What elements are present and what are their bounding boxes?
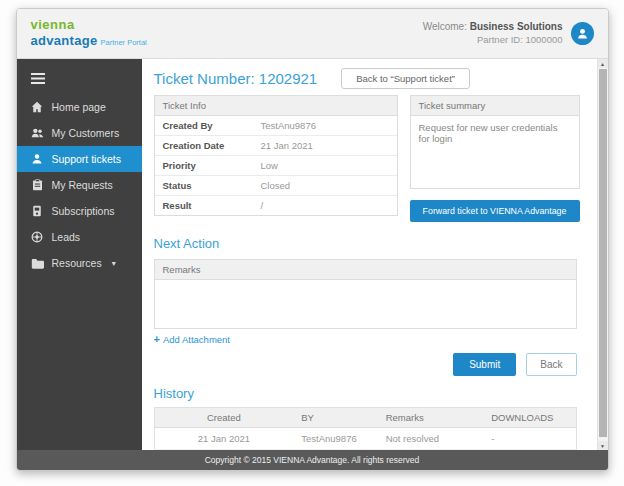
next-action-title: Next Action [154,236,577,251]
scroll-up-arrow-icon[interactable]: ▲ [598,59,608,68]
cell-by: TestAnu9876 [293,428,377,450]
welcome-block: Welcome: Business Solutions Partner ID: … [423,20,563,46]
page-title: Ticket Number: 1202921 [154,70,318,87]
cell-remarks: Not resolved [378,428,484,450]
sidebar-item-label: Subscriptions [52,205,115,217]
info-value: Closed [261,180,291,191]
panels-row: Ticket Info Created By TestAnu9876 Creat… [154,95,577,222]
history-header-row: Created BY Remarks DOWNLOADS [154,408,576,428]
main-content: Ticket Number: 1202921 Back to “Support … [142,59,597,450]
app-window: vienna advantagePartner Portal Welcome: … [16,8,609,471]
info-label: Status [163,180,261,191]
cell-downloads: - [483,428,576,450]
forward-ticket-button[interactable]: Forward ticket to VIENNA Advantage [410,200,580,222]
ticket-summary-column: Ticket summary Request for new user cred… [410,95,580,222]
logo-vienna: vienna [31,18,147,32]
history-table: Created BY Remarks DOWNLOADS 21 Jan 2021… [154,407,577,450]
ticket-summary-body: Request for new user credentials for log… [411,116,579,188]
info-value: / [261,200,264,211]
vertical-scrollbar[interactable]: ▲ ▼ [597,59,608,450]
sidebar: Home page My Customers Support tickets M… [17,59,142,450]
clipboard-icon [31,179,44,191]
sidebar-item-support-tickets[interactable]: Support tickets [17,146,142,172]
chevron-down-icon: ▾ [112,259,116,268]
top-header: vienna advantagePartner Portal Welcome: … [17,9,608,59]
sidebar-item-subscriptions[interactable]: Subscriptions [17,198,142,224]
footer: Copyright © 2015 VIENNA Advantage. All r… [17,450,608,470]
welcome-name: Business Solutions [470,21,563,32]
info-label: Creation Date [163,140,261,151]
scroll-down-arrow-icon[interactable]: ▼ [598,441,608,450]
sidebar-item-label: Home page [52,101,106,113]
info-value: Low [261,160,278,171]
remarks-body [155,280,576,328]
sidebar-item-label: Leads [52,231,81,243]
logo-partner-portal: Partner Portal [101,38,147,47]
subscriptions-icon [31,205,44,217]
sidebar-item-label: My Requests [52,179,113,191]
title-row: Ticket Number: 1202921 Back to “Support … [154,68,577,89]
scrollbar-thumb[interactable] [599,69,607,437]
logo-advantage: advantage [31,33,98,48]
sidebar-item-my-requests[interactable]: My Requests [17,172,142,198]
users-icon [31,127,44,139]
ticket-info-panel: Ticket Info Created By TestAnu9876 Creat… [154,95,398,216]
col-downloads: DOWNLOADS [483,408,576,428]
info-value: TestAnu9876 [261,120,316,131]
vienna-advantage-logo[interactable]: vienna advantagePartner Portal [31,18,147,48]
sidebar-item-label: Resources [52,257,102,269]
user-avatar[interactable] [571,22,594,45]
info-row-creation-date: Creation Date 21 Jan 2021 [155,136,397,156]
ticket-info-title: Ticket Info [155,96,397,116]
info-row-created-by: Created By TestAnu9876 [155,116,397,136]
leads-globe-icon [31,231,44,243]
folder-icon [31,258,44,269]
sidebar-item-my-customers[interactable]: My Customers [17,120,142,146]
copyright-text: Copyright © 2015 VIENNA Advantage. All r… [205,455,420,465]
welcome-label: Welcome: [423,21,467,32]
action-buttons: Submit Back [154,353,577,376]
user-icon [576,27,589,40]
hamburger-icon [31,73,45,84]
back-button[interactable]: Back [526,353,576,376]
remarks-input[interactable] [155,280,576,328]
support-person-icon [31,153,44,165]
info-value: 21 Jan 2021 [261,140,313,151]
user-block: Welcome: Business Solutions Partner ID: … [423,20,594,46]
history-row: 21 Jan 2021 TestAnu9876 Not resolved - [154,428,576,450]
back-to-support-ticket-button[interactable]: Back to “Support ticket” [341,68,470,89]
plus-icon: + [154,333,160,345]
info-label: Priority [163,160,261,171]
ticket-summary-title: Ticket summary [411,96,579,116]
remarks-title: Remarks [155,260,576,280]
info-label: Created By [163,120,261,131]
sidebar-item-label: My Customers [52,127,120,139]
welcome-text: Welcome: Business Solutions [423,20,563,34]
sidebar-item-resources[interactable]: Resources ▾ [17,250,142,276]
info-row-priority: Priority Low [155,156,397,176]
col-by: BY [293,408,377,428]
menu-toggle-button[interactable] [17,67,142,94]
body-row: Home page My Customers Support tickets M… [17,59,608,450]
ticket-summary-panel: Ticket summary Request for new user cred… [410,95,580,189]
remarks-panel: Remarks [154,259,577,329]
add-attachment-link[interactable]: + Add Attachment [154,333,231,345]
col-created: Created [154,408,293,428]
home-icon [31,101,44,113]
partner-id: Partner ID: 1000000 [423,34,563,47]
sidebar-item-leads[interactable]: Leads [17,224,142,250]
submit-button[interactable]: Submit [453,353,516,376]
sidebar-item-home-page[interactable]: Home page [17,94,142,120]
col-remarks: Remarks [378,408,484,428]
info-label: Result [163,200,261,211]
sidebar-item-label: Support tickets [52,153,121,165]
cell-created: 21 Jan 2021 [154,428,293,450]
add-attachment-label: Add Attachment [163,334,230,345]
info-row-result: Result / [155,196,397,215]
history-title: History [154,386,577,401]
info-row-status: Status Closed [155,176,397,196]
